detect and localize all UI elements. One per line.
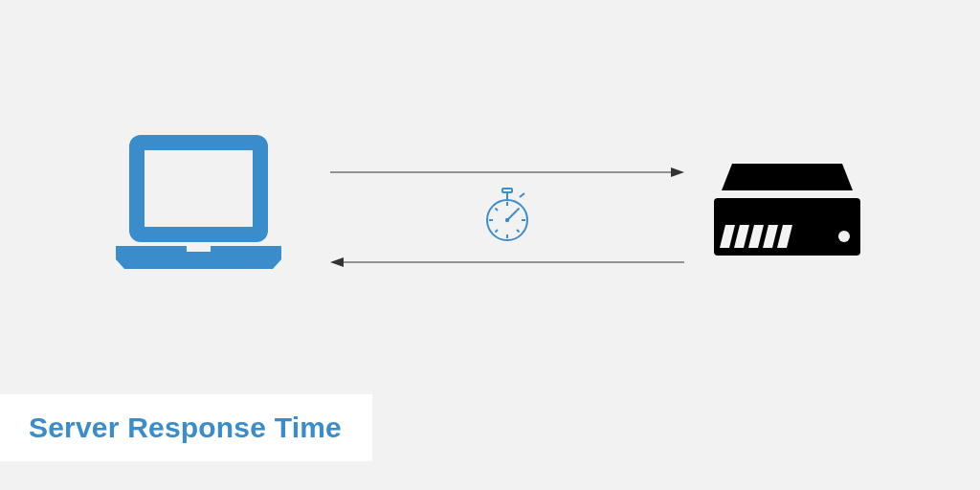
svg-line-18: [496, 230, 499, 233]
svg-point-31: [838, 231, 850, 242]
svg-marker-22: [330, 257, 344, 267]
svg-marker-4: [116, 259, 281, 269]
svg-line-17: [517, 209, 520, 212]
svg-line-15: [496, 209, 499, 212]
request-arrow: [330, 165, 684, 176]
stopwatch-icon: [483, 188, 531, 247]
svg-rect-1: [145, 150, 253, 227]
svg-line-16: [517, 230, 520, 233]
svg-rect-7: [502, 189, 512, 192]
server-icon: [708, 158, 866, 277]
svg-rect-24: [718, 192, 857, 198]
svg-line-9: [520, 193, 524, 197]
svg-marker-23: [722, 164, 853, 190]
laptop-icon: [110, 129, 287, 286]
response-arrow: [330, 255, 684, 266]
svg-rect-3: [187, 246, 211, 252]
svg-point-20: [505, 218, 509, 222]
title-box: Server Response Time: [0, 394, 372, 461]
svg-marker-6: [671, 167, 684, 177]
diagram-canvas: Server Response Time: [0, 0, 980, 490]
diagram-title: Server Response Time: [29, 412, 342, 444]
